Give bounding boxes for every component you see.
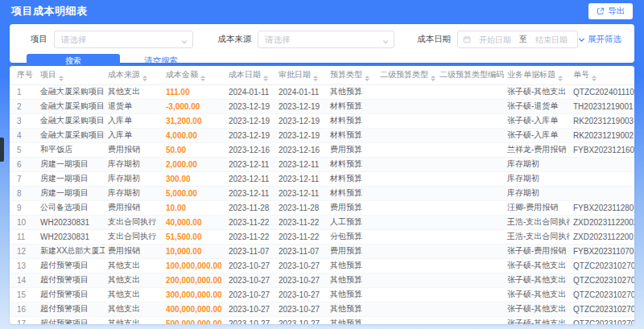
project-select[interactable] <box>54 31 193 48</box>
cost-source-filter-label: 成本来源 <box>217 34 251 45</box>
cell: 其他预算 <box>327 316 377 324</box>
column-header[interactable]: 项目 <box>37 66 105 84</box>
cell: 费用预算 <box>327 142 377 157</box>
cell: 材料预算 <box>327 128 377 142</box>
cost-source-select[interactable] <box>258 31 394 48</box>
table-row[interactable]: 10WH20230831支出合同执行40,000.002023-11-22202… <box>10 215 634 229</box>
chevron-down-icon <box>382 37 389 47</box>
cell: 5,000.00 <box>163 186 225 200</box>
sort-icon[interactable] <box>59 76 64 82</box>
cell: 2 <box>10 99 37 113</box>
table-row[interactable]: 16超付预警项目其他支出400,000,000.002023-10-272023… <box>10 302 634 316</box>
cell: 51,500.00 <box>163 229 225 244</box>
sort-icon[interactable] <box>592 76 597 82</box>
table-row[interactable]: 14超付预警项目其他支出200,000,000.002023-10-272023… <box>10 273 634 287</box>
sort-icon[interactable] <box>558 76 563 82</box>
table-row[interactable]: 12新建XX总部大厦工程二期费用报销10,000.002023-11-07202… <box>10 244 634 258</box>
cell <box>436 215 504 229</box>
table-row[interactable]: 13超付预警项目其他支出100,000,000.002023-10-272023… <box>10 258 634 273</box>
project-select-input[interactable] <box>61 35 176 44</box>
cell: 费用报销 <box>105 200 163 215</box>
cell: 张子硕-费用报销 <box>504 244 570 258</box>
table-row[interactable]: 4金融大厦采购项目入库单4,000.002023-12-192023-12-19… <box>10 128 634 142</box>
cell: WH20230831 <box>37 215 105 229</box>
table-row[interactable]: 5和平饭店费用报销50.002023-12-162023-12-16费用预算兰祥… <box>10 142 634 157</box>
cost-date-range-picker[interactable]: 至 <box>457 31 578 48</box>
cell: 张子硕-入库单 <box>504 128 570 142</box>
cell: 16 <box>10 302 37 316</box>
cost-table: 序号项目成本来源成本金额成本日期审批日期预算类型二级预算类型二级预算类型编码业务… <box>10 66 634 324</box>
cell: 10,000.00 <box>163 244 225 258</box>
export-button[interactable]: 导出 <box>588 3 633 19</box>
column-header[interactable]: 预算类型 <box>327 66 377 84</box>
cell: 王浩-支出合同执行 <box>504 229 570 244</box>
cell <box>377 229 436 244</box>
table-row[interactable]: 2金融大厦采购项目退货单-3,000.002023-12-192023-12-1… <box>10 99 634 113</box>
cell: 2023-12-11 <box>225 171 275 186</box>
cost-table-panel: 序号项目成本来源成本金额成本日期审批日期预算类型二级预算类型二级预算类型编码业务… <box>10 66 634 324</box>
sort-icon[interactable] <box>263 76 268 82</box>
clear-search-button[interactable]: 清空搜索 <box>144 56 178 67</box>
cell: 汪卿-费用报销 <box>504 200 570 215</box>
table-body: 1金融大厦采购项目其他支出111.002024-01-112024-01-11其… <box>10 84 634 324</box>
cell: 库存期初 <box>105 186 163 200</box>
cell <box>377 273 436 287</box>
sort-icon[interactable] <box>313 76 318 82</box>
cell: 300,000,000.00 <box>163 287 225 302</box>
cell: 张子硕-退货单 <box>504 99 570 113</box>
cell: 房建一期项目 <box>37 186 105 200</box>
cell: 其他预算 <box>327 84 377 99</box>
column-header[interactable]: 业务单据标题 <box>504 66 570 84</box>
table-row[interactable]: 17超付预警项目其他支出500,000,000.002023-10-272023… <box>10 316 634 324</box>
cell <box>436 84 504 99</box>
calendar-icon <box>463 35 471 43</box>
side-handle[interactable] <box>0 138 4 162</box>
table-row[interactable]: 7房建一期项目库存期初300.002023-12-112023-12-11材料预… <box>10 171 634 186</box>
cell <box>570 157 634 171</box>
cell: QTZC20240111001 <box>570 84 634 99</box>
cell: 11 <box>10 229 37 244</box>
sort-icon[interactable] <box>365 76 369 82</box>
cell <box>377 142 436 157</box>
table-row[interactable]: 11WH20230831支出合同执行51,500.002023-11-22202… <box>10 229 634 244</box>
column-header[interactable]: 审批日期 <box>275 66 327 84</box>
cell <box>377 99 436 113</box>
cell <box>436 273 504 287</box>
column-header: 序号 <box>10 66 37 84</box>
sort-icon[interactable] <box>431 76 436 82</box>
column-header[interactable]: 二级预算类型编码 <box>436 66 504 84</box>
table-row[interactable]: 9公司备选项目费用报销10.002023-11-282023-11-28费用预算… <box>10 200 634 215</box>
cell: 超付预警项目 <box>37 287 105 302</box>
cell: QTZC20231027002 <box>570 316 634 324</box>
cell <box>377 258 436 273</box>
cell: 金融大厦采购项目 <box>37 99 105 113</box>
sort-icon[interactable] <box>142 76 147 82</box>
column-header[interactable]: 二级预算类型 <box>377 66 436 84</box>
cell <box>377 84 436 99</box>
expand-filters-link[interactable]: 展开筛选 <box>578 34 621 45</box>
project-filter-label: 项目 <box>31 34 47 45</box>
sort-icon[interactable] <box>200 76 205 82</box>
cell <box>377 171 436 186</box>
cost-source-select-input[interactable] <box>265 35 378 44</box>
table-row[interactable]: 8房建一期项目库存期初5,000.002023-12-112023-12-11材… <box>10 186 634 200</box>
cell: 张子硕-入库单 <box>504 113 570 128</box>
end-date-input[interactable] <box>530 35 572 44</box>
table-row[interactable]: 1金融大厦采购项目其他支出111.002024-01-112024-01-11其… <box>10 84 634 99</box>
start-date-input[interactable] <box>474 35 516 44</box>
column-header[interactable]: 单号 <box>570 66 634 84</box>
table-row[interactable]: 6房建一期项目库存期初2,000.002023-12-112023-12-11材… <box>10 157 634 171</box>
cell: 2023-11-28 <box>225 200 275 215</box>
cell: 15 <box>10 287 37 302</box>
cell: 2023-12-16 <box>275 142 327 157</box>
table-row[interactable]: 3金融大厦采购项目入库单31,200.002023-12-192023-12-1… <box>10 113 634 128</box>
cell <box>377 113 436 128</box>
cell: 2023-10-27 <box>275 287 327 302</box>
column-header[interactable]: 成本日期 <box>225 66 275 84</box>
column-header[interactable]: 成本金额 <box>163 66 225 84</box>
column-header[interactable]: 成本来源 <box>105 66 163 84</box>
cell: 12 <box>10 244 37 258</box>
cell: 3 <box>10 113 37 128</box>
cell: 入库单 <box>105 113 163 128</box>
table-row[interactable]: 15超付预警项目其他支出300,000,000.002023-10-272023… <box>10 287 634 302</box>
